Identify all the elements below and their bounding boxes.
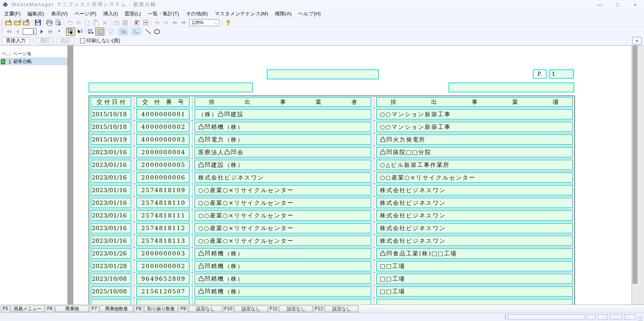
function-key-button-f6[interactable]: 廃棄物 — [55, 306, 89, 312]
data-cell[interactable]: ○○産業○×リサイクルセンター — [194, 198, 371, 208]
data-cell[interactable]: 2025/10/08 — [90, 286, 131, 297]
data-cell[interactable]: 2000000005 — [136, 160, 190, 170]
close-button[interactable]: × — [626, 0, 644, 9]
data-cell[interactable]: 2023/01/16 — [90, 198, 131, 208]
function-key-button-f9[interactable]: 設定なし — [189, 306, 222, 312]
data-cell[interactable]: 2023/01/16 — [90, 210, 131, 221]
report-header-field-1[interactable] — [267, 69, 379, 79]
open-file-icon-2[interactable] — [13, 19, 22, 27]
layout-tool[interactable] — [87, 28, 95, 36]
data-cell[interactable]: （株）凸凹建設 — [194, 109, 371, 120]
data-cell[interactable] — [90, 299, 131, 305]
data-cell[interactable]: 凸凹建設（株） — [194, 160, 371, 170]
zoom-select[interactable]: 129% ⌄ — [189, 19, 219, 26]
resize-grip[interactable] — [637, 316, 642, 321]
page-setup-icon-2[interactable] — [141, 19, 150, 27]
data-cell[interactable]: ○△ビル新築工事作業所 — [376, 160, 573, 170]
data-cell[interactable]: ○○産業○×リサイクルセンター — [194, 185, 371, 196]
data-cell[interactable] — [194, 299, 371, 305]
function-key-button-f10[interactable]: 設定なし — [234, 306, 268, 312]
data-cell[interactable]: 2023/01/16 — [90, 223, 131, 234]
data-cell[interactable]: 2023/01/16 — [90, 172, 131, 183]
data-cell[interactable]: 2023/01/16 — [90, 235, 131, 246]
data-cell[interactable]: 凸凹火力発電所 — [376, 134, 573, 145]
data-cell[interactable]: 4000000002 — [136, 122, 190, 132]
data-cell[interactable]: 2574818109 — [136, 185, 190, 196]
no-print-checkbox[interactable] — [80, 38, 85, 43]
header-cell[interactable]: 排出事業者 — [194, 97, 371, 107]
menu-item-4[interactable]: 挿入(I) — [100, 10, 121, 18]
data-cell[interactable]: 株式会社ビジネスワン — [376, 235, 573, 246]
data-cell[interactable]: 凸凹精機（株） — [194, 273, 371, 284]
data-cell[interactable]: 2023/01/16 — [90, 185, 131, 196]
menu-item-1[interactable]: 編集(E) — [24, 10, 48, 18]
data-cell[interactable]: 凸凹精機（株） — [194, 286, 371, 297]
direct-input-button[interactable]: 直接入力 — [2, 37, 30, 44]
data-cell[interactable]: 2574818113 — [136, 235, 190, 246]
data-cell[interactable]: 凸凹精機（株） — [194, 261, 371, 272]
function-key-button-f12[interactable]: 設定なし — [325, 306, 358, 312]
open-file-icon-1[interactable] — [4, 19, 13, 27]
data-cell[interactable]: ○○マンション新築工事 — [376, 122, 573, 132]
new-page-button[interactable]: * — [55, 28, 64, 36]
menu-item-6[interactable]: 一覧・集計(T) — [144, 10, 182, 18]
dropdown-tool-1[interactable] — [118, 28, 128, 36]
page-number-column-header[interactable]: ペ... — [0, 50, 11, 58]
data-cell[interactable]: 4000000001 — [136, 109, 190, 120]
header-cell[interactable]: 交付番号 — [136, 97, 190, 107]
data-cell[interactable]: 4000000003 — [136, 134, 190, 145]
data-cell[interactable]: 2015/10/18 — [90, 109, 131, 120]
page-list-item[interactable]: 1 顧客台帳 — [0, 58, 67, 65]
minimize-button[interactable]: — — [591, 0, 609, 9]
data-cell[interactable]: 凸凹精機（株） — [194, 248, 371, 259]
menu-item-10[interactable]: ヘルプ(H) — [295, 10, 324, 18]
page-name-column-header[interactable]: ページ名 — [11, 51, 67, 57]
data-cell[interactable]: 9649652809 — [136, 273, 190, 284]
toolbar-grip[interactable] — [1, 28, 3, 35]
page-label-box[interactable]: P. — [533, 69, 547, 79]
next-page-button[interactable] — [37, 28, 46, 36]
function-key-button-f5[interactable]: 簡易メニュー — [11, 306, 44, 312]
data-cell[interactable]: 株式会社ビジネスワン — [376, 223, 573, 234]
report-header-field-3[interactable] — [449, 82, 574, 92]
data-cell[interactable]: 医療法人凸凹会 — [194, 147, 371, 158]
menu-item-2[interactable]: 表示(V) — [48, 10, 71, 18]
data-cell[interactable] — [136, 299, 190, 305]
scrollbar-thumb[interactable] — [632, 46, 637, 284]
data-cell[interactable]: 2000000006 — [136, 172, 190, 183]
data-cell[interactable]: □□工場 — [376, 273, 573, 284]
data-cell[interactable]: 2015/10/18 — [90, 122, 131, 132]
page-setup-icon-1[interactable] — [132, 19, 141, 27]
menu-item-9[interactable]: 権限(A) — [271, 10, 295, 18]
data-cell[interactable]: 2023/01/26 — [90, 248, 131, 259]
data-cell[interactable]: 2000000002 — [136, 261, 190, 272]
pick-tool[interactable] — [75, 28, 84, 36]
data-cell[interactable]: ○○産業○×リサイクルセンター — [194, 223, 371, 234]
data-cell[interactable]: 2574818112 — [136, 223, 190, 234]
data-cell[interactable]: □□工場 — [376, 261, 573, 272]
menu-item-7[interactable]: その他(B) — [182, 10, 211, 18]
help-icon[interactable]: ? — [223, 19, 232, 27]
panel-close-button[interactable]: × — [632, 37, 642, 44]
data-cell[interactable]: ○○産業○×リサイクルセンター — [194, 210, 371, 221]
header-cell[interactable]: 排出事業場 — [376, 97, 573, 107]
report-header-field-2[interactable] — [89, 82, 253, 92]
data-cell[interactable]: ○○マンション新築工事 — [376, 109, 573, 120]
menu-item-8[interactable]: マスタメンテナンス(M) — [211, 10, 271, 18]
menu-item-3[interactable]: ページ(P) — [71, 10, 100, 18]
print-icon[interactable] — [45, 19, 54, 27]
open-file-icon-3[interactable] — [22, 19, 31, 27]
data-cell[interactable]: 株式会社ビジネスワン — [376, 198, 573, 208]
vertical-scrollbar[interactable] — [632, 46, 638, 305]
data-cell[interactable]: 2000000003 — [136, 248, 190, 259]
function-key-button-f8[interactable]: 割り振り数量 — [144, 306, 178, 312]
page-number-box[interactable]: 1 — [549, 69, 574, 79]
data-cell[interactable]: 凸凹食品工業(株)□□工場 — [376, 248, 573, 259]
data-cell[interactable]: 株式会社ビジネスワン — [376, 210, 573, 221]
save-icon[interactable] — [33, 19, 42, 27]
data-cell[interactable]: 2023/01/28 — [90, 261, 131, 272]
no-print-option[interactable]: 印刷しない(頁) — [80, 37, 120, 44]
page-number-input[interactable] — [23, 28, 36, 35]
print-preview-icon[interactable] — [54, 19, 62, 27]
ellipse-tool[interactable] — [153, 28, 161, 36]
